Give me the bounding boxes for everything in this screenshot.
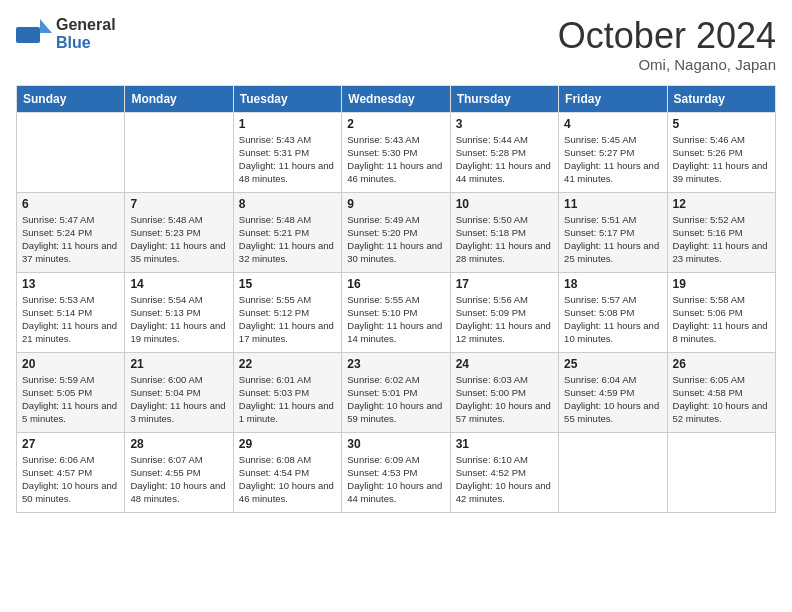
day-number: 27 — [22, 437, 119, 451]
calendar-cell: 2Sunrise: 5:43 AM Sunset: 5:30 PM Daylig… — [342, 112, 450, 192]
day-number: 18 — [564, 277, 661, 291]
day-number: 3 — [456, 117, 553, 131]
calendar-cell: 6Sunrise: 5:47 AM Sunset: 5:24 PM Daylig… — [17, 192, 125, 272]
day-number: 13 — [22, 277, 119, 291]
day-info: Sunrise: 5:54 AM Sunset: 5:13 PM Dayligh… — [130, 293, 227, 346]
calendar-cell: 31Sunrise: 6:10 AM Sunset: 4:52 PM Dayli… — [450, 432, 558, 512]
day-number: 14 — [130, 277, 227, 291]
calendar-cell: 27Sunrise: 6:06 AM Sunset: 4:57 PM Dayli… — [17, 432, 125, 512]
title-block: October 2024 Omi, Nagano, Japan — [558, 16, 776, 73]
day-info: Sunrise: 6:10 AM Sunset: 4:52 PM Dayligh… — [456, 453, 553, 506]
weekday-header: Saturday — [667, 85, 775, 112]
logo-icon — [16, 19, 52, 49]
calendar-cell: 15Sunrise: 5:55 AM Sunset: 5:12 PM Dayli… — [233, 272, 341, 352]
day-info: Sunrise: 5:57 AM Sunset: 5:08 PM Dayligh… — [564, 293, 661, 346]
day-number: 31 — [456, 437, 553, 451]
weekday-header: Monday — [125, 85, 233, 112]
day-number: 4 — [564, 117, 661, 131]
day-info: Sunrise: 5:55 AM Sunset: 5:12 PM Dayligh… — [239, 293, 336, 346]
day-info: Sunrise: 5:46 AM Sunset: 5:26 PM Dayligh… — [673, 133, 770, 186]
calendar-cell: 1Sunrise: 5:43 AM Sunset: 5:31 PM Daylig… — [233, 112, 341, 192]
day-info: Sunrise: 5:43 AM Sunset: 5:31 PM Dayligh… — [239, 133, 336, 186]
calendar-cell: 17Sunrise: 5:56 AM Sunset: 5:09 PM Dayli… — [450, 272, 558, 352]
location-title: Omi, Nagano, Japan — [558, 56, 776, 73]
day-number: 2 — [347, 117, 444, 131]
day-number: 9 — [347, 197, 444, 211]
calendar-cell: 8Sunrise: 5:48 AM Sunset: 5:21 PM Daylig… — [233, 192, 341, 272]
day-info: Sunrise: 6:05 AM Sunset: 4:58 PM Dayligh… — [673, 373, 770, 426]
logo-text-blue: Blue — [56, 34, 116, 52]
calendar-header-row: SundayMondayTuesdayWednesdayThursdayFrid… — [17, 85, 776, 112]
calendar-cell: 29Sunrise: 6:08 AM Sunset: 4:54 PM Dayli… — [233, 432, 341, 512]
weekday-header: Friday — [559, 85, 667, 112]
calendar-week-row: 27Sunrise: 6:06 AM Sunset: 4:57 PM Dayli… — [17, 432, 776, 512]
weekday-header: Thursday — [450, 85, 558, 112]
day-number: 15 — [239, 277, 336, 291]
day-number: 22 — [239, 357, 336, 371]
calendar-cell: 28Sunrise: 6:07 AM Sunset: 4:55 PM Dayli… — [125, 432, 233, 512]
day-number: 25 — [564, 357, 661, 371]
day-number: 20 — [22, 357, 119, 371]
calendar-cell: 5Sunrise: 5:46 AM Sunset: 5:26 PM Daylig… — [667, 112, 775, 192]
calendar-cell: 26Sunrise: 6:05 AM Sunset: 4:58 PM Dayli… — [667, 352, 775, 432]
calendar-cell: 25Sunrise: 6:04 AM Sunset: 4:59 PM Dayli… — [559, 352, 667, 432]
calendar-cell: 16Sunrise: 5:55 AM Sunset: 5:10 PM Dayli… — [342, 272, 450, 352]
day-number: 21 — [130, 357, 227, 371]
day-info: Sunrise: 5:44 AM Sunset: 5:28 PM Dayligh… — [456, 133, 553, 186]
day-number: 24 — [456, 357, 553, 371]
day-number: 5 — [673, 117, 770, 131]
calendar-cell: 7Sunrise: 5:48 AM Sunset: 5:23 PM Daylig… — [125, 192, 233, 272]
calendar-cell: 10Sunrise: 5:50 AM Sunset: 5:18 PM Dayli… — [450, 192, 558, 272]
calendar-cell — [17, 112, 125, 192]
calendar-cell: 22Sunrise: 6:01 AM Sunset: 5:03 PM Dayli… — [233, 352, 341, 432]
day-info: Sunrise: 5:49 AM Sunset: 5:20 PM Dayligh… — [347, 213, 444, 266]
calendar-cell: 30Sunrise: 6:09 AM Sunset: 4:53 PM Dayli… — [342, 432, 450, 512]
day-info: Sunrise: 5:45 AM Sunset: 5:27 PM Dayligh… — [564, 133, 661, 186]
day-number: 12 — [673, 197, 770, 211]
calendar-cell — [125, 112, 233, 192]
day-info: Sunrise: 5:43 AM Sunset: 5:30 PM Dayligh… — [347, 133, 444, 186]
calendar-cell: 3Sunrise: 5:44 AM Sunset: 5:28 PM Daylig… — [450, 112, 558, 192]
day-info: Sunrise: 6:00 AM Sunset: 5:04 PM Dayligh… — [130, 373, 227, 426]
calendar-cell — [559, 432, 667, 512]
day-info: Sunrise: 5:58 AM Sunset: 5:06 PM Dayligh… — [673, 293, 770, 346]
calendar-cell: 4Sunrise: 5:45 AM Sunset: 5:27 PM Daylig… — [559, 112, 667, 192]
day-info: Sunrise: 6:02 AM Sunset: 5:01 PM Dayligh… — [347, 373, 444, 426]
day-info: Sunrise: 6:07 AM Sunset: 4:55 PM Dayligh… — [130, 453, 227, 506]
calendar-week-row: 20Sunrise: 5:59 AM Sunset: 5:05 PM Dayli… — [17, 352, 776, 432]
weekday-header: Wednesday — [342, 85, 450, 112]
day-number: 11 — [564, 197, 661, 211]
calendar-cell: 12Sunrise: 5:52 AM Sunset: 5:16 PM Dayli… — [667, 192, 775, 272]
svg-marker-1 — [40, 19, 52, 33]
day-number: 23 — [347, 357, 444, 371]
day-number: 26 — [673, 357, 770, 371]
logo: General Blue — [16, 16, 116, 51]
calendar-cell — [667, 432, 775, 512]
day-number: 6 — [22, 197, 119, 211]
day-info: Sunrise: 5:56 AM Sunset: 5:09 PM Dayligh… — [456, 293, 553, 346]
calendar-week-row: 1Sunrise: 5:43 AM Sunset: 5:31 PM Daylig… — [17, 112, 776, 192]
logo-text-general: General — [56, 16, 116, 34]
day-number: 29 — [239, 437, 336, 451]
day-number: 19 — [673, 277, 770, 291]
calendar-cell: 21Sunrise: 6:00 AM Sunset: 5:04 PM Dayli… — [125, 352, 233, 432]
svg-rect-0 — [16, 27, 40, 43]
calendar-cell: 18Sunrise: 5:57 AM Sunset: 5:08 PM Dayli… — [559, 272, 667, 352]
day-info: Sunrise: 5:48 AM Sunset: 5:23 PM Dayligh… — [130, 213, 227, 266]
calendar-week-row: 6Sunrise: 5:47 AM Sunset: 5:24 PM Daylig… — [17, 192, 776, 272]
calendar-table: SundayMondayTuesdayWednesdayThursdayFrid… — [16, 85, 776, 513]
day-info: Sunrise: 5:51 AM Sunset: 5:17 PM Dayligh… — [564, 213, 661, 266]
calendar-cell: 23Sunrise: 6:02 AM Sunset: 5:01 PM Dayli… — [342, 352, 450, 432]
day-number: 7 — [130, 197, 227, 211]
day-number: 10 — [456, 197, 553, 211]
calendar-cell: 13Sunrise: 5:53 AM Sunset: 5:14 PM Dayli… — [17, 272, 125, 352]
calendar-cell: 14Sunrise: 5:54 AM Sunset: 5:13 PM Dayli… — [125, 272, 233, 352]
calendar-cell: 24Sunrise: 6:03 AM Sunset: 5:00 PM Dayli… — [450, 352, 558, 432]
day-info: Sunrise: 6:04 AM Sunset: 4:59 PM Dayligh… — [564, 373, 661, 426]
day-info: Sunrise: 6:01 AM Sunset: 5:03 PM Dayligh… — [239, 373, 336, 426]
day-info: Sunrise: 5:55 AM Sunset: 5:10 PM Dayligh… — [347, 293, 444, 346]
weekday-header: Tuesday — [233, 85, 341, 112]
weekday-header: Sunday — [17, 85, 125, 112]
calendar-cell: 20Sunrise: 5:59 AM Sunset: 5:05 PM Dayli… — [17, 352, 125, 432]
day-info: Sunrise: 5:47 AM Sunset: 5:24 PM Dayligh… — [22, 213, 119, 266]
